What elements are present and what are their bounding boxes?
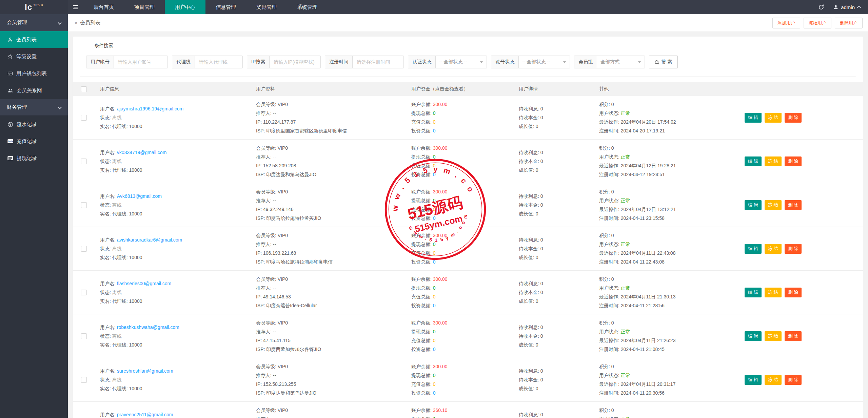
user-email-link[interactable]: robeshkushwaha@gmail.com [117, 325, 179, 330]
add-user-button[interactable]: 添加用户 [772, 18, 800, 28]
tab-dashboard[interactable]: 后台首页 [83, 0, 124, 14]
recharge-total[interactable]: 0 [433, 163, 436, 168]
agent-line-input[interactable] [195, 56, 242, 68]
admin-user-menu[interactable]: admin [833, 4, 860, 10]
sidebar-item-member-list[interactable]: 会员列表 [0, 31, 68, 48]
invest-total[interactable]: 0 [433, 347, 436, 352]
invest-total[interactable]: 0 [433, 172, 436, 177]
user-email-link[interactable]: Avk6813@gmail.com [117, 193, 162, 199]
account-balance[interactable]: 300.00 [433, 233, 448, 238]
search-button[interactable]: 搜 索 [649, 56, 678, 68]
freeze-button[interactable]: 冻 结 [765, 156, 782, 166]
account-balance[interactable]: 300.00 [433, 276, 448, 282]
recharge-total[interactable]: 0 [433, 207, 436, 212]
invest-total[interactable]: 0 [433, 128, 436, 133]
row-checkbox[interactable] [81, 290, 87, 295]
ip-search-input[interactable] [270, 56, 320, 68]
invest-total[interactable]: 0 [433, 303, 436, 308]
delete-button[interactable]: 删 除 [785, 331, 802, 341]
account-balance[interactable]: 360.10 [433, 407, 448, 413]
refresh-icon[interactable] [818, 4, 824, 10]
freeze-user-button[interactable]: 冻结用户 [804, 18, 831, 28]
tab-user-center[interactable]: 用户中心 [165, 0, 205, 14]
tab-projects[interactable]: 项目管理 [124, 0, 165, 14]
sidebar-item-recharge-records[interactable]: PayPal 充值记录 [0, 133, 68, 150]
menu-toggle-icon[interactable] [68, 0, 83, 14]
sidebar-item-level-settings[interactable]: 等级设置 [0, 48, 68, 65]
edit-button[interactable]: 编 辑 [745, 156, 762, 166]
edit-button[interactable]: 编 辑 [745, 375, 762, 385]
delete-button[interactable]: 删 除 [785, 244, 802, 254]
user-email-link[interactable]: vk0334719@gmail.com [117, 150, 167, 155]
withdraw-total[interactable]: 0 [433, 154, 436, 160]
withdraw-total[interactable]: 0 [433, 373, 436, 378]
user-email-link[interactable]: praveenc2511@gmail.com [117, 412, 173, 417]
delete-user-button[interactable]: 删除用户 [835, 18, 863, 28]
delete-button[interactable]: 删 除 [785, 200, 802, 210]
sidebar-group-finance-management[interactable]: 财务管理 [0, 99, 68, 116]
withdraw-total[interactable]: 0 [433, 110, 436, 116]
row-checkbox[interactable] [81, 202, 87, 208]
row-checkbox[interactable] [81, 333, 87, 339]
invest-total[interactable]: 0 [433, 259, 436, 265]
freeze-button[interactable]: 冻 结 [765, 375, 782, 385]
delete-button[interactable]: 删 除 [785, 375, 802, 385]
sidebar-item-user-wallet-list[interactable]: 用户钱包列表 [0, 65, 68, 82]
account-balance[interactable]: 300.00 [433, 102, 448, 107]
user-email-link[interactable]: flashseries00@gmail.com [117, 281, 172, 286]
user-email-link[interactable]: avishkarsuradkar6@gmail.com [117, 237, 182, 243]
invest-total[interactable]: 0 [433, 215, 436, 221]
recharge-total[interactable]: 0 [433, 294, 436, 299]
edit-button[interactable]: 编 辑 [745, 200, 762, 210]
user-account-input[interactable] [114, 56, 167, 68]
sidebar-item-member-network[interactable]: 财务管理 会员关系网 [0, 82, 68, 99]
select-all-checkbox[interactable] [81, 86, 87, 92]
tab-rewards[interactable]: 奖励管理 [246, 0, 287, 14]
recharge-total[interactable]: 0 [433, 119, 436, 125]
sidebar-item-withdraw-records[interactable]: 提现记录 [0, 150, 68, 167]
row-checkbox[interactable] [81, 246, 87, 252]
freeze-button[interactable]: 冻 结 [765, 244, 782, 254]
account-balance[interactable]: 300.00 [433, 364, 448, 369]
auth-status-select[interactable]: -- 全部状态 -- [436, 56, 487, 68]
freeze-button[interactable]: 冻 结 [765, 113, 782, 123]
app-logo[interactable]: lcTP5.3 [0, 0, 68, 14]
last-operation-time: 2024年04月11日 21:26:23 [621, 338, 676, 343]
register-time-input[interactable] [353, 56, 403, 68]
delete-button[interactable]: 删 除 [785, 288, 802, 297]
freeze-button[interactable]: 冻 结 [765, 200, 782, 210]
tab-information[interactable]: 信息管理 [205, 0, 246, 14]
row-checkbox[interactable] [81, 159, 87, 164]
recharge-total[interactable]: 0 [433, 250, 436, 256]
withdraw-total[interactable]: 0 [433, 416, 436, 418]
edit-button[interactable]: 编 辑 [745, 244, 762, 254]
edit-button[interactable]: 编 辑 [745, 113, 762, 123]
user-state-badge: 正常 [621, 416, 630, 418]
row-checkbox[interactable] [81, 115, 87, 121]
recharge-total[interactable]: 0 [433, 381, 436, 387]
account-status-select[interactable]: -- 全部状态 -- [519, 56, 570, 68]
withdraw-total[interactable]: 0 [433, 242, 436, 247]
user-email-link[interactable]: ajaymishra1996.19@gmail.com [117, 106, 183, 111]
referrer-value: -- [273, 285, 276, 291]
user-email-link[interactable]: sureshreshlan@gmail.com [117, 368, 173, 374]
row-checkbox[interactable] [81, 377, 87, 383]
account-balance[interactable]: 300.00 [433, 320, 448, 326]
withdraw-total[interactable]: 0 [433, 285, 436, 291]
sidebar-item-transaction-log[interactable]: 流水记录 [0, 116, 68, 133]
edit-button[interactable]: 编 辑 [745, 288, 762, 297]
account-balance[interactable]: 300.00 [433, 145, 448, 151]
withdraw-total[interactable]: 0 [433, 198, 436, 203]
delete-button[interactable]: 删 除 [785, 156, 802, 166]
edit-button[interactable]: 编 辑 [745, 331, 762, 341]
invest-total[interactable]: 0 [433, 390, 436, 396]
account-balance[interactable]: 300.00 [433, 189, 448, 194]
member-group-select[interactable]: 全部方式 [597, 56, 645, 68]
tab-system[interactable]: 系统管理 [287, 0, 328, 14]
recharge-total[interactable]: 0 [433, 338, 436, 343]
freeze-button[interactable]: 冻 结 [765, 288, 782, 297]
freeze-button[interactable]: 冻 结 [765, 331, 782, 341]
sidebar-group-member-management[interactable]: 会员管理 [0, 14, 68, 31]
withdraw-total[interactable]: 0 [433, 329, 436, 334]
delete-button[interactable]: 删 除 [785, 113, 802, 123]
